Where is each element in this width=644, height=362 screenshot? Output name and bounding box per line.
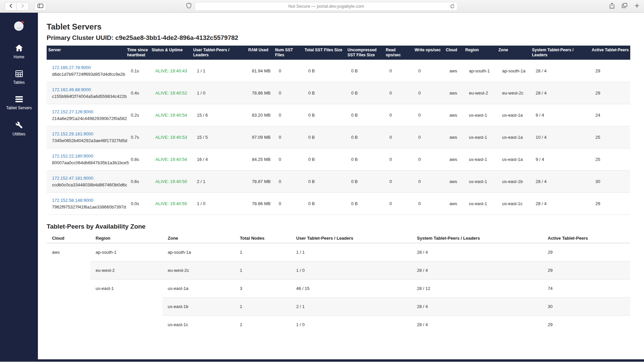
sidebar-item-label: Tablet Servers (6, 106, 32, 110)
availability-zone-table: Cloud Region Zone Total Nodes User Table… (47, 234, 630, 334)
cell-status: ALIVE: 19:40:52 (150, 82, 192, 104)
zones-heading: Tablet-Peers by Availability Zone (47, 223, 639, 230)
cell-write-ops: 0 (413, 193, 444, 215)
server-address-link[interactable]: 172.152.58.148:9000 (52, 198, 124, 203)
cell-write-ops: 0 (413, 148, 444, 171)
col-zone: Zone (497, 46, 530, 60)
sidebar-toggle-button[interactable] (34, 2, 46, 11)
cell-active-peers: 29 (590, 82, 630, 104)
server-address-link[interactable]: 172.162.49.88:9000 (52, 87, 124, 92)
cell-total-nodes: 1 (234, 243, 291, 261)
server-address-link[interactable]: 172.152.29.181:9000 (52, 131, 124, 136)
col-cloud: Cloud (444, 46, 464, 60)
col-read-ops: Read ops/sec (384, 46, 413, 60)
cell-system-peers: 28 / 4 (530, 193, 590, 215)
cell-read-ops: 0 (384, 126, 413, 148)
cell-ram: 83.20 MB (247, 104, 273, 126)
server-uuid: d6dc1d7b97724ff693d857d4dfcc9e2b (52, 72, 124, 77)
cell-num-sst: 0 (273, 148, 303, 171)
cell-read-ops: 0 (384, 193, 413, 215)
cell-heartbeat: 0.8s (125, 148, 150, 171)
cell-user-peers: 16 / 4 (192, 148, 247, 171)
table-row: eu-west-2 eu-west-2c 1 1 / 0 28 / 4 29 (47, 261, 630, 280)
cell-active-peers: 24 (590, 104, 630, 126)
cell-read-ops: 0 (384, 148, 413, 171)
cell-system-peers: 28 / 4 (530, 60, 590, 82)
cell-total-sst: 0 B (303, 82, 346, 104)
yugabyte-logo[interactable] (13, 20, 25, 33)
cell-active-peers: 29 (542, 316, 630, 334)
cell-write-ops: 0 (413, 104, 444, 126)
cell-region: eu-west-2 (464, 82, 497, 104)
cell-uncompressed-sst: 0 B (346, 104, 384, 126)
sidebar-item-utilities[interactable]: Utilities (0, 121, 38, 136)
server-address-link[interactable]: 172.152.47.181:9000 (52, 176, 124, 181)
cell-total-sst: 0 B (303, 104, 346, 126)
cell-system-peers: 28 / 4 (412, 298, 542, 316)
tablet-servers-icon (15, 96, 23, 104)
home-icon (15, 44, 23, 53)
toolbar-right-group (609, 3, 639, 10)
col-server: Server (47, 46, 125, 60)
server-uuid: 7962f975327f41f6a1ae338660b7397d (52, 204, 124, 209)
utilities-icon (15, 121, 23, 130)
cell-ram: 78.87 MB (247, 171, 273, 193)
forward-button[interactable] (17, 2, 29, 11)
cell-status: ALIVE: 19:40:54 (150, 104, 192, 126)
main-content: Tablet Servers Primary Cluster UUID: c9e… (38, 13, 644, 362)
shield-icon[interactable] (186, 3, 192, 10)
cell-heartbeat: 0.6s (125, 171, 150, 193)
col-active-peers: Active Tablet-Peers (590, 46, 630, 60)
col-system-peers: System Tablet-Peers / Leaders (412, 234, 542, 243)
cell-region: us-east-1 (464, 104, 497, 126)
cell-server: 172.152.58.148:9000 7962f975327f41f6a1ae… (47, 193, 125, 215)
url-field[interactable]: Not Secure — portal.dev.yugabyte.com (195, 2, 458, 11)
sidebar-item-tables[interactable]: Tables (0, 70, 38, 85)
cell-total-nodes: 1 (234, 316, 291, 334)
tab-overview-icon[interactable] (622, 3, 627, 9)
cell-ram: 78.86 MB (247, 193, 273, 215)
browser-toolbar: Not Secure — portal.dev.yugabyte.com (0, 0, 644, 13)
cell-zone: ap-south-1a (162, 243, 234, 261)
cell-system-peers: 28 / 4 (530, 171, 590, 193)
cell-heartbeat: 0.7s (125, 126, 150, 148)
server-uuid: 80007aa0cc064db6847b35b1a3b1bce5 (52, 160, 124, 165)
cell-server: 172.152.29.181:9000 7345e0652b404292a3ae… (47, 126, 125, 148)
reload-icon[interactable] (450, 4, 455, 10)
cluster-uuid-heading: Primary Cluster UUID: c9e25ae8-3bb1-4de2… (47, 34, 639, 42)
cell-uncompressed-sst: 0 B (346, 82, 384, 104)
new-tab-icon[interactable] (635, 3, 639, 9)
cell-cloud: aws (47, 243, 90, 334)
server-address-link[interactable]: 172.152.27.126:9000 (52, 109, 124, 114)
cell-server: 172.165.27.78:9000 d6dc1d7b97724ff693d85… (47, 60, 125, 82)
cell-active-peers: 74 (542, 280, 630, 298)
share-icon[interactable] (609, 3, 614, 10)
sidebar: Home Tables Tablet Servers Utilities (0, 13, 38, 362)
tables-icon (15, 70, 23, 78)
cell-region: us-east-1 (464, 148, 497, 171)
cell-system-peers: 28 / 12 (412, 280, 542, 298)
table-row: 172.165.27.78:9000 d6dc1d7b97724ff693d85… (47, 60, 630, 82)
cell-num-sst: 0 (273, 82, 303, 104)
cell-user-peers: 1 / 0 (192, 82, 247, 104)
back-icon (9, 3, 13, 9)
cell-ram: 78.86 MB (247, 82, 273, 104)
server-address-link[interactable]: 172.165.27.78:9000 (52, 65, 124, 70)
cell-user-peers: 1 / 0 (192, 193, 247, 215)
cell-active-peers: 30 (542, 298, 630, 316)
cell-total-nodes: 1 (234, 298, 291, 316)
cell-zone: us-east-1a (162, 280, 234, 298)
cell-read-ops: 0 (384, 82, 413, 104)
col-heartbeat: Time since heartbeat (125, 46, 150, 60)
cell-uncompressed-sst: 0 B (346, 193, 384, 215)
cell-zone: eu-west-2c (162, 261, 234, 280)
sidebar-item-home[interactable]: Home (0, 44, 38, 59)
cell-active-peers: 25 (590, 148, 630, 171)
cell-system-peers: 28 / 4 (412, 316, 542, 334)
cell-zone: us-east-1b (497, 171, 530, 193)
back-button[interactable] (5, 2, 17, 11)
sidebar-item-tablet-servers[interactable]: Tablet Servers (0, 96, 38, 110)
col-cloud: Cloud (47, 234, 90, 243)
server-address-link[interactable]: 172.152.22.180:9000 (52, 154, 124, 159)
col-system-peers: System Tablet-Peers / Leaders (530, 46, 590, 60)
